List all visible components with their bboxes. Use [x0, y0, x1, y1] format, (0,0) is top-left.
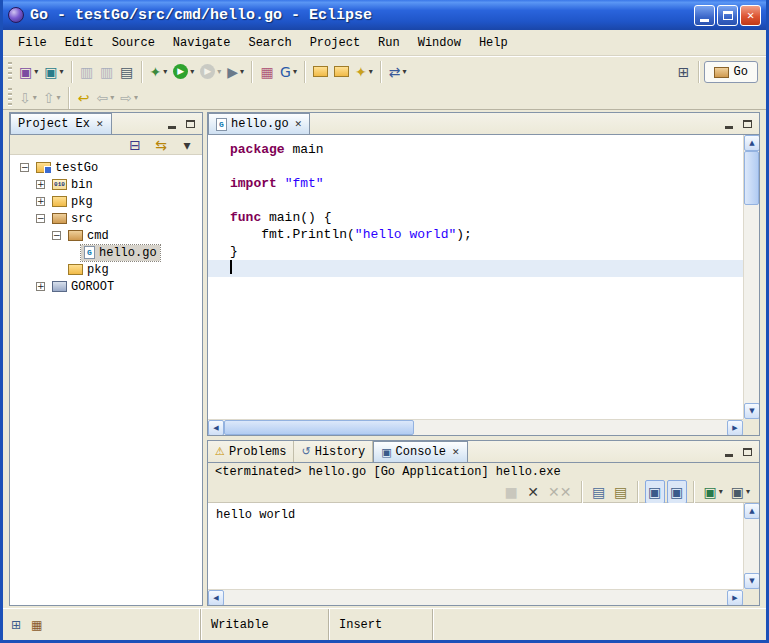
- collapse-toggle-icon[interactable]: −: [36, 214, 45, 223]
- external-tools-button[interactable]: ▶▾: [224, 60, 247, 84]
- save-all-button[interactable]: ▥: [97, 60, 117, 84]
- dropdown-arrow-icon[interactable]: ▾: [369, 67, 373, 76]
- scroll-up-icon[interactable]: ▲: [744, 135, 759, 151]
- code-line[interactable]: package main: [208, 141, 743, 158]
- open-console-button[interactable]: ▣▾: [728, 480, 753, 504]
- dropdown-arrow-icon[interactable]: ▾: [402, 67, 406, 76]
- menu-run[interactable]: Run: [369, 33, 409, 53]
- menu-window[interactable]: Window: [409, 33, 470, 53]
- save-button[interactable]: ▥: [77, 60, 97, 84]
- toolbar-gripper[interactable]: [8, 88, 12, 108]
- scroll-left-icon[interactable]: ◀: [208, 590, 224, 605]
- scroll-down-icon[interactable]: ▼: [744, 403, 759, 419]
- dropdown-arrow-icon[interactable]: ▾: [719, 487, 723, 496]
- close-icon[interactable]: ✕: [295, 119, 303, 129]
- scrollbar-track[interactable]: [744, 205, 759, 403]
- menu-edit[interactable]: Edit: [56, 33, 103, 53]
- scroll-down-icon[interactable]: ▼: [744, 573, 759, 589]
- scrollbar-thumb[interactable]: [224, 420, 414, 435]
- open-file-button[interactable]: [331, 60, 352, 84]
- collapse-toggle-icon[interactable]: −: [52, 231, 61, 240]
- open-resource-button[interactable]: [310, 60, 331, 84]
- tree-node[interactable]: bin: [49, 177, 96, 193]
- dropdown-arrow-icon[interactable]: ▾: [59, 67, 63, 76]
- close-icon[interactable]: ✕: [96, 119, 104, 129]
- tree-node[interactable]: pkg: [49, 194, 96, 210]
- minimize-view-button[interactable]: [721, 445, 736, 459]
- menu-project[interactable]: Project: [301, 33, 369, 53]
- expand-toggle-icon[interactable]: +: [36, 180, 45, 189]
- console-output-area[interactable]: hello world ▲ ▼ ◀ ▶: [208, 503, 759, 605]
- run-last-button[interactable]: ▶▾: [197, 60, 224, 84]
- pin-console-button[interactable]: ▣: [667, 480, 687, 504]
- tree-item-cmd[interactable]: −cmd: [10, 227, 202, 244]
- link-with-editor-button[interactable]: ⇆: [151, 133, 171, 157]
- dropdown-arrow-icon[interactable]: ▾: [240, 67, 244, 76]
- console-horizontal-scrollbar[interactable]: ◀ ▶: [208, 589, 743, 605]
- code-line[interactable]: [208, 260, 743, 277]
- scroll-right-icon[interactable]: ▶: [727, 590, 743, 605]
- tree-item-bin[interactable]: +bin: [10, 176, 202, 193]
- menu-search[interactable]: Search: [239, 33, 300, 53]
- editor-horizontal-scrollbar[interactable]: ◀ ▶: [208, 419, 743, 435]
- dropdown-arrow-icon[interactable]: ▾: [163, 67, 167, 76]
- code-line[interactable]: [208, 158, 743, 175]
- display-selected-console-button[interactable]: ▣▾: [701, 480, 726, 504]
- expand-toggle-icon[interactable]: +: [36, 197, 45, 206]
- maximize-button[interactable]: [717, 5, 738, 26]
- scroll-right-icon[interactable]: ▶: [727, 420, 743, 435]
- tree-item-src[interactable]: −src: [10, 210, 202, 227]
- remove-launch-button[interactable]: ✕: [523, 480, 543, 504]
- minimize-view-button[interactable]: [164, 117, 179, 131]
- tab-hello-go[interactable]: hello.go ✕: [208, 113, 310, 134]
- previous-annotation-button[interactable]: ⇧▾: [40, 86, 64, 110]
- print-button[interactable]: ▤: [117, 60, 137, 84]
- dropdown-arrow-icon[interactable]: ▾: [293, 67, 297, 76]
- new-go-element-button[interactable]: ▣▾: [41, 60, 66, 84]
- new-wizard-button[interactable]: ▣▾: [16, 60, 41, 84]
- collapse-toggle-icon[interactable]: −: [20, 163, 29, 172]
- code-line[interactable]: import "fmt": [208, 175, 743, 192]
- maximize-view-button[interactable]: [183, 117, 198, 131]
- tree-node[interactable]: hello.go: [81, 245, 160, 261]
- scroll-left-icon[interactable]: ◀: [208, 420, 224, 435]
- dropdown-arrow-icon[interactable]: ▾: [746, 487, 750, 496]
- scrollbar-thumb[interactable]: [744, 151, 759, 205]
- collapse-all-button[interactable]: ⊟: [125, 133, 145, 157]
- dropdown-arrow-icon[interactable]: ▾: [56, 93, 60, 102]
- view-menu-button[interactable]: ▾: [177, 133, 197, 157]
- close-icon[interactable]: ✕: [452, 447, 460, 457]
- code-line[interactable]: fmt.Println("hello world");: [208, 226, 743, 243]
- menu-source[interactable]: Source: [103, 33, 164, 53]
- maximize-view-button[interactable]: [740, 117, 755, 131]
- go-wizard-button[interactable]: G▾: [277, 60, 300, 84]
- team-sync-button[interactable]: ⇄▾: [386, 60, 410, 84]
- titlebar[interactable]: Go - testGo/src/cmd/hello.go - Eclipse ✕: [3, 0, 766, 30]
- tree-node[interactable]: src: [49, 211, 96, 227]
- debug-button[interactable]: ✦▾: [147, 60, 171, 84]
- code-line[interactable]: }: [208, 243, 743, 260]
- forward-button[interactable]: ⇨▾: [117, 86, 141, 110]
- tab-project-explorer[interactable]: Project Ex ✕: [10, 113, 112, 134]
- expand-toggle-icon[interactable]: +: [36, 282, 45, 291]
- close-button[interactable]: ✕: [740, 5, 761, 26]
- toolbar-gripper[interactable]: [8, 62, 12, 82]
- last-edit-location-button[interactable]: ↩: [74, 86, 94, 110]
- scrollbar-track[interactable]: [224, 590, 727, 605]
- scroll-lock-button[interactable]: ▤: [611, 480, 631, 504]
- dropdown-arrow-icon[interactable]: ▾: [34, 67, 38, 76]
- dropdown-arrow-icon[interactable]: ▾: [110, 93, 114, 102]
- scrollbar-track[interactable]: [414, 420, 727, 435]
- minimize-view-button[interactable]: [721, 117, 736, 131]
- tree-node[interactable]: GOROOT: [49, 279, 117, 295]
- dropdown-arrow-icon[interactable]: ▾: [134, 93, 138, 102]
- tab-history[interactable]: ↺History: [294, 441, 373, 462]
- tab-problems[interactable]: ⚠Problems: [208, 441, 294, 462]
- tree-item-goroot[interactable]: +GOROOT: [10, 278, 202, 295]
- code-editor[interactable]: package mainimport "fmt"func main() { fm…: [208, 135, 759, 435]
- tab-console[interactable]: ▣Console✕: [373, 441, 467, 462]
- tree-item-pkg[interactable]: pkg: [10, 261, 202, 278]
- search-button[interactable]: ✦▾: [352, 60, 376, 84]
- remove-all-launches-button[interactable]: ✕✕: [545, 480, 574, 504]
- maximize-view-button[interactable]: [740, 445, 755, 459]
